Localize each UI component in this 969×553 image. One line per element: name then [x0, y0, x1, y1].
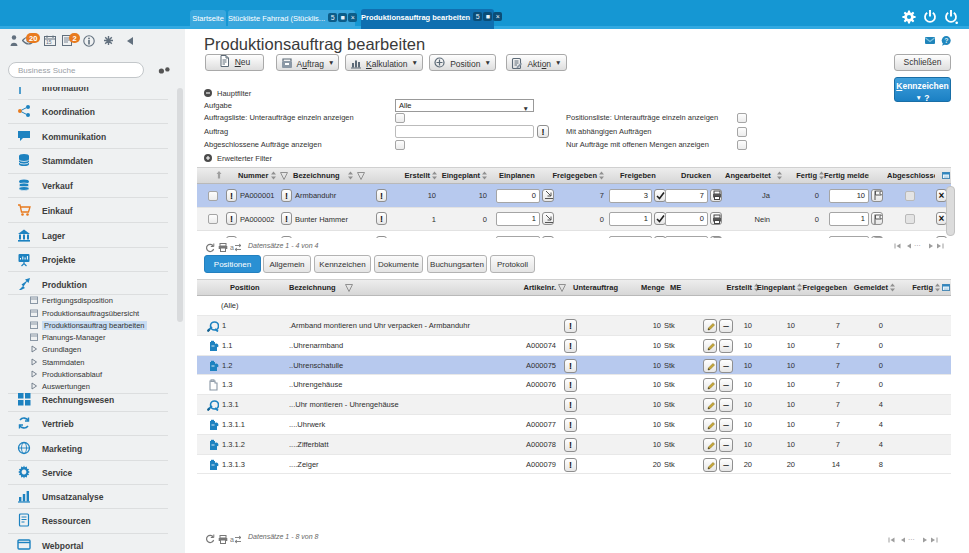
- svg-text:15: 15: [46, 39, 52, 45]
- svg-text:a: a: [230, 536, 234, 543]
- svg-text:a: a: [230, 244, 234, 251]
- svg-text:?: ?: [944, 37, 948, 44]
